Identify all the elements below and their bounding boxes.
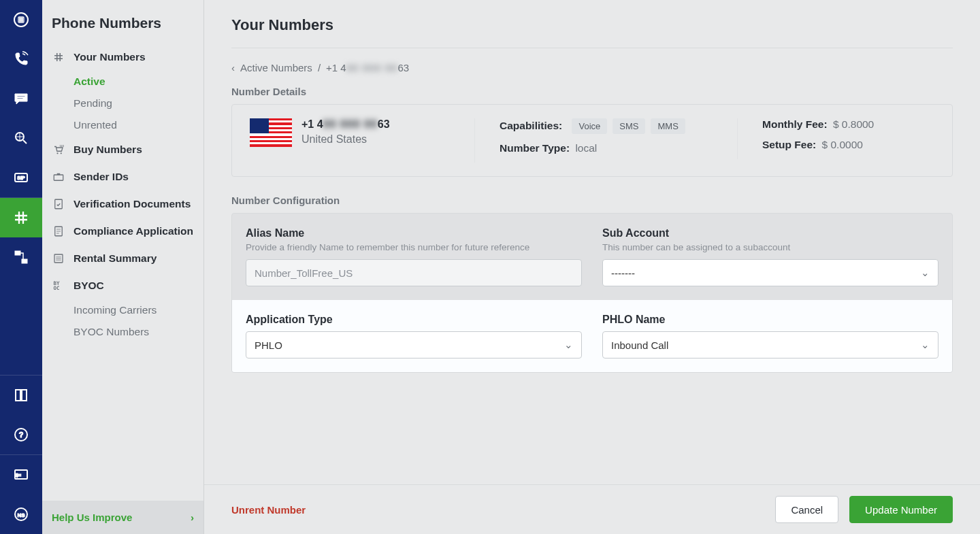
number-value: +1 400 000 0063 — [301, 118, 390, 131]
nav-sub-incoming-carriers[interactable]: Incoming Carriers — [42, 299, 203, 321]
svg-rect-19 — [15, 251, 20, 255]
chevron-down-icon: ⌄ — [921, 339, 930, 351]
svg-point-7 — [22, 19, 23, 20]
badge-voice: Voice — [572, 118, 607, 134]
svg-point-4 — [22, 18, 23, 19]
monthly-fee-value: $ 0.8000 — [833, 118, 874, 130]
nav-sub-active[interactable]: Active — [42, 71, 203, 93]
svg-rect-11 — [17, 96, 25, 97]
apptype-label: Application Type — [246, 314, 582, 326]
rail-phlo-icon[interactable] — [0, 237, 42, 277]
subaccount-label: Sub Account — [602, 227, 938, 239]
setup-fee-value: $ 0.0000 — [822, 139, 863, 150]
svg-rect-32 — [55, 199, 63, 209]
svg-rect-31 — [57, 173, 61, 175]
rail-zentrunk-icon[interactable] — [0, 118, 42, 158]
phlo-name-label: PHLO Name — [602, 314, 938, 326]
badge-sms: SMS — [612, 118, 645, 134]
config-card: Alias Name Provide a friendly Name to re… — [231, 213, 953, 373]
section-number-config: Number Configuration — [231, 195, 953, 206]
nav-sub-byoc-numbers[interactable]: BYOC Numbers — [42, 321, 203, 343]
cart-icon: 123 — [52, 143, 65, 156]
chevron-down-icon: ⌄ — [921, 267, 930, 279]
cancel-button[interactable]: Cancel — [775, 496, 838, 523]
setup-fee-label: Setup Fee: — [762, 139, 816, 150]
page-title: Your Numbers — [231, 16, 953, 48]
nav-sub-unrented[interactable]: Unrented — [42, 114, 203, 136]
rail-docs-icon[interactable] — [0, 376, 42, 415]
nav-label: Sender IDs — [74, 171, 129, 183]
svg-point-8 — [19, 20, 20, 22]
help-us-improve[interactable]: Help Us Improve › — [42, 501, 203, 534]
chevron-down-icon: ⌄ — [564, 339, 573, 351]
subaccount-select[interactable]: ------- ⌄ — [602, 259, 938, 286]
id-badge-icon — [52, 170, 65, 184]
details-card: +1 400 000 0063 United States Capabiliti… — [231, 104, 953, 177]
nav-buy-numbers[interactable]: 123 Buy Numbers — [42, 136, 203, 163]
svg-point-2 — [19, 18, 20, 19]
alias-desc: Provide a friendly Name to remember this… — [246, 242, 582, 252]
nav-sub-pending[interactable]: Pending — [42, 93, 203, 114]
side-panel: Phone Numbers Your Numbers Active Pendin… — [42, 0, 204, 534]
nav-compliance[interactable]: Compliance Application — [42, 218, 203, 245]
svg-text:?: ? — [19, 431, 24, 439]
svg-text:123: 123 — [60, 145, 64, 148]
chevron-left-icon: ‹ — [231, 62, 235, 73]
alias-input[interactable]: Number_TollFree_US — [246, 259, 582, 286]
chevron-right-icon: › — [191, 512, 194, 523]
svg-text:NS: NS — [17, 512, 25, 518]
rail-message-icon[interactable] — [0, 79, 42, 118]
nav-label: Compliance Application — [74, 225, 193, 237]
nav-verification-docs[interactable]: Verification Documents — [42, 190, 203, 218]
svg-point-5 — [19, 19, 20, 20]
nav-label: Buy Numbers — [74, 144, 142, 156]
doc-check-icon — [52, 197, 65, 211]
rail-account-icon[interactable]: NS — [0, 495, 42, 534]
rail-support-icon[interactable]: ? — [0, 415, 42, 454]
svg-text:SIP: SIP — [17, 176, 25, 180]
nav-label: Your Numbers — [74, 51, 146, 63]
breadcrumb[interactable]: ‹ Active Numbers / +1 400 000 0063 — [231, 62, 953, 73]
phlo-name-select[interactable]: Inbound Call ⌄ — [602, 331, 938, 358]
svg-rect-12 — [17, 98, 23, 99]
apptype-select[interactable]: PHLO ⌄ — [246, 331, 582, 358]
breadcrumb-current: +1 400 000 0063 — [326, 62, 409, 73]
country-value: United States — [301, 133, 390, 146]
capabilities-label: Capabilities: — [500, 120, 562, 131]
nav-your-numbers[interactable]: Your Numbers — [42, 44, 203, 71]
nav-byoc[interactable]: BYOC BYOC — [42, 272, 203, 299]
application-icon — [52, 224, 65, 238]
rail-phone-numbers-icon[interactable] — [0, 198, 42, 237]
update-number-button[interactable]: Update Number — [849, 496, 953, 523]
svg-point-10 — [22, 20, 23, 22]
number-type-label: Number Type: — [500, 142, 570, 154]
nav-sender-ids[interactable]: Sender IDs — [42, 163, 203, 190]
nav-rental-summary[interactable]: Rental Summary — [42, 245, 203, 272]
svg-line-16 — [23, 140, 27, 144]
unrent-number-link[interactable]: Unrent Number — [231, 504, 306, 516]
rail-voice-icon[interactable] — [0, 39, 42, 79]
flag-icon — [250, 118, 292, 147]
svg-point-9 — [20, 20, 22, 22]
alias-label: Alias Name — [246, 227, 582, 239]
rail-home-icon[interactable] — [0, 0, 42, 39]
svg-point-27 — [56, 152, 58, 154]
svg-rect-30 — [54, 175, 63, 180]
svg-text:OC: OC — [54, 285, 60, 291]
number-type-value: local — [575, 142, 597, 154]
rail-sip-icon[interactable]: SIP — [0, 158, 42, 197]
nav-label: BYOC — [74, 280, 104, 292]
badge-mms: MMS — [651, 118, 685, 134]
svg-point-6 — [20, 19, 22, 20]
monthly-fee-label: Monthly Fee: — [762, 118, 828, 130]
section-number-details: Number Details — [231, 86, 953, 97]
nav-label: Verification Documents — [74, 198, 191, 210]
breadcrumb-sep: / — [318, 62, 321, 73]
main-area: Your Numbers ‹ Active Numbers / +1 400 0… — [204, 0, 980, 534]
footer-bar: Unrent Number Cancel Update Number — [204, 484, 980, 534]
rail-billing-icon[interactable]: $= — [0, 455, 42, 495]
capabilities-badges: Voice SMS MMS — [572, 118, 685, 134]
breadcrumb-parent: Active Numbers — [240, 62, 312, 73]
svg-point-28 — [61, 152, 62, 154]
side-panel-title: Phone Numbers — [42, 0, 203, 44]
